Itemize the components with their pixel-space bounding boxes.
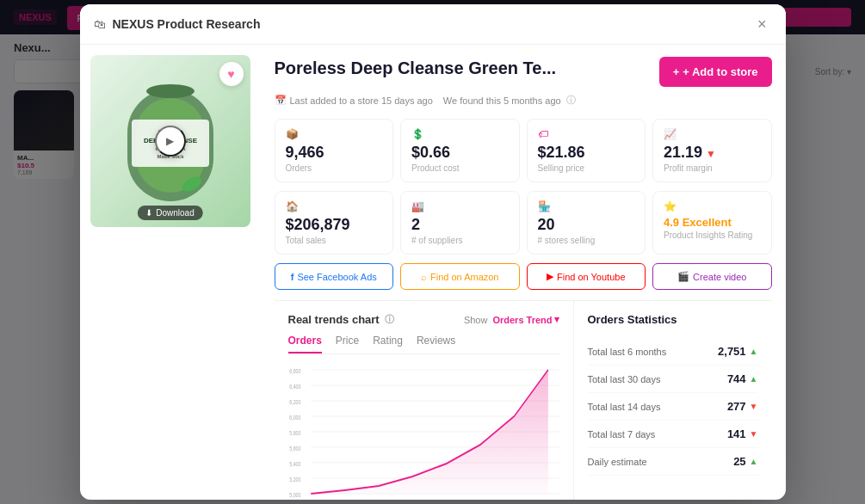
chart-tabs: Orders Price Rating Reviews: [288, 335, 559, 354]
facebook-icon: f: [291, 272, 294, 282]
product-title-row: Poreless Deep Cleanse Green Te... + + Ad…: [275, 57, 772, 87]
trend-down-icon-2: ▼: [750, 429, 758, 439]
svg-text:6,600: 6,600: [289, 367, 300, 374]
modal-close-button[interactable]: ×: [752, 15, 772, 34]
stores-value: 20: [538, 216, 635, 234]
amazon-button[interactable]: ⌕ Find on Amazon: [400, 263, 520, 290]
play-icon: ▶: [166, 135, 174, 147]
cost-icon: 💲: [411, 128, 424, 140]
stat-total-sales: 🏠 $206,879 Total sales: [275, 191, 394, 255]
stat-daily-label: Daily estimate: [588, 457, 647, 467]
suppliers-value: 2: [411, 216, 509, 234]
tab-orders[interactable]: Orders: [288, 335, 322, 353]
rating-label: Product Insights Rating: [664, 230, 761, 240]
trend-up-icon-3: ▲: [750, 457, 758, 466]
last-added-info: 📅 Last added to a store 15 days ago: [275, 95, 433, 106]
svg-text:6,000: 6,000: [289, 414, 300, 421]
modal-title: NEXUS Product Research: [113, 17, 261, 31]
orders-stats-panel: Orders Statistics Total last 6 months 2,…: [574, 301, 772, 500]
stat-row-30days: Total last 30 days 744 ▲: [588, 366, 758, 393]
action-buttons: f See Facebook Ads ⌕ Find on Amazon ▶ Fi…: [275, 263, 772, 290]
chart-trend-selector[interactable]: Orders Trend ▾: [492, 314, 559, 325]
svg-text:5,400: 5,400: [289, 460, 300, 467]
stat-7days-value: 141 ▼: [727, 427, 758, 440]
chart-section: Real trends chart ⓘ Show Orders Trend ▾: [275, 300, 772, 500]
stat-30days-value: 744 ▲: [727, 372, 758, 385]
sales-icon: 🏠: [286, 200, 299, 212]
tab-price[interactable]: Price: [336, 335, 359, 353]
stat-daily-value: 25 ▲: [733, 455, 757, 468]
stat-row-14days: Total last 14 days 277 ▼: [588, 393, 758, 421]
stores-icon: 🏪: [538, 200, 551, 212]
chart-svg-container: 6,600 6,400 6,200 6,000 5,800 5,600 5,40…: [288, 363, 559, 500]
stat-rating: ⭐ 4.9 Excellent Product Insights Rating: [652, 191, 772, 255]
plus-icon: +: [673, 65, 680, 78]
tab-reviews[interactable]: Reviews: [417, 335, 455, 353]
add-to-store-button[interactable]: + + Add to store: [659, 57, 772, 87]
trend-up-icon-2: ▲: [750, 374, 758, 384]
stat-row-7days: Total last 7 days 141 ▼: [588, 421, 758, 448]
chart-left: Real trends chart ⓘ Show Orders Trend ▾: [275, 301, 574, 500]
margin-label: Profit margin: [664, 163, 761, 173]
margin-icon: 📈: [664, 128, 677, 140]
download-button[interactable]: ⬇ Download: [137, 206, 202, 220]
calendar-icon: 📅: [275, 95, 287, 106]
chart-info-icon: ⓘ: [385, 313, 394, 326]
svg-text:5,600: 5,600: [289, 445, 300, 452]
chevron-down-icon: ▾: [554, 314, 559, 325]
svg-text:6,200: 6,200: [289, 398, 300, 405]
stat-product-cost: 💲 $0.66 Product cost: [400, 119, 520, 182]
price-value: $21.86: [538, 144, 635, 162]
stat-orders: 📦 9,466 Orders: [275, 119, 394, 182]
heart-icon: ♥: [227, 67, 234, 81]
sales-value: $206,879: [286, 216, 383, 234]
tab-rating[interactable]: Rating: [373, 335, 403, 353]
product-left-panel: Poreless DEEP CLEANSE GREEN TEA Mask Sti…: [80, 45, 261, 500]
chart-show: Show Orders Trend ▾: [464, 314, 559, 325]
stat-14days-label: Total last 14 days: [588, 402, 661, 412]
stats-grid-2: 🏠 $206,879 Total sales 🏭 2 # of supplier…: [275, 191, 772, 255]
rating-icon: ⭐: [664, 200, 677, 212]
orders-label: Orders: [286, 163, 383, 173]
shopping-bag-icon: 🛍: [94, 17, 106, 31]
sales-label: Total sales: [286, 236, 383, 245]
info-icon: ⓘ: [566, 94, 576, 107]
orders-stats-title: Orders Statistics: [588, 313, 758, 326]
youtube-button[interactable]: ▶ Find on Youtube: [527, 263, 646, 290]
cost-value: $0.66: [411, 144, 509, 162]
product-image-container: Poreless DEEP CLEANSE GREEN TEA Mask Sti…: [90, 55, 250, 227]
suppliers-icon: 🏭: [411, 200, 424, 212]
svg-text:5,000: 5,000: [289, 491, 300, 498]
orders-icon: 📦: [286, 128, 299, 140]
chart-title: Real trends chart ⓘ: [288, 313, 394, 326]
found-info: We found this 5 months ago ⓘ: [443, 94, 576, 107]
product-title: Poreless Deep Cleanse Green Te...: [275, 57, 649, 79]
chart-header: Real trends chart ⓘ Show Orders Trend ▾: [288, 313, 559, 326]
stat-7days-label: Total last 7 days: [588, 429, 656, 439]
facebook-ads-button[interactable]: f See Facebook Ads: [275, 263, 394, 290]
stat-selling-price: 🏷 $21.86 Selling price: [527, 119, 646, 182]
svg-text:5,800: 5,800: [289, 429, 300, 436]
product-meta: 📅 Last added to a store 15 days ago We f…: [275, 94, 772, 107]
trend-chart-svg: 6,600 6,400 6,200 6,000 5,800 5,600 5,40…: [288, 363, 559, 500]
modal-overlay: 🛍 NEXUS Product Research × Poreless: [0, 0, 865, 504]
video-icon: 🎬: [677, 271, 689, 282]
stat-profit-margin: 📈 21.19 ▼ Profit margin: [652, 119, 772, 182]
stat-6months-value: 2,751 ▲: [718, 345, 757, 358]
rating-value: 4.9 Excellent: [664, 216, 761, 229]
stat-stores: 🏪 20 # stores selling: [527, 191, 646, 255]
svg-text:5,200: 5,200: [289, 476, 300, 482]
stores-label: # stores selling: [538, 236, 635, 245]
favorite-button[interactable]: ♥: [219, 62, 244, 86]
product-right-panel: Poreless Deep Cleanse Green Te... + + Ad…: [261, 45, 786, 500]
product-play-button[interactable]: ▶: [155, 126, 186, 157]
download-icon: ⬇: [145, 208, 152, 218]
orders-value: 9,466: [286, 144, 383, 162]
youtube-icon: ▶: [547, 271, 553, 282]
modal-body: Poreless DEEP CLEANSE GREEN TEA Mask Sti…: [80, 45, 786, 500]
margin-trend-icon: ▼: [706, 148, 716, 160]
create-video-button[interactable]: 🎬 Create video: [652, 263, 772, 290]
stat-row-6months: Total last 6 months 2,751 ▲: [588, 338, 758, 366]
modal-header: 🛍 NEXUS Product Research ×: [80, 4, 786, 45]
modal: 🛍 NEXUS Product Research × Poreless: [80, 4, 786, 500]
